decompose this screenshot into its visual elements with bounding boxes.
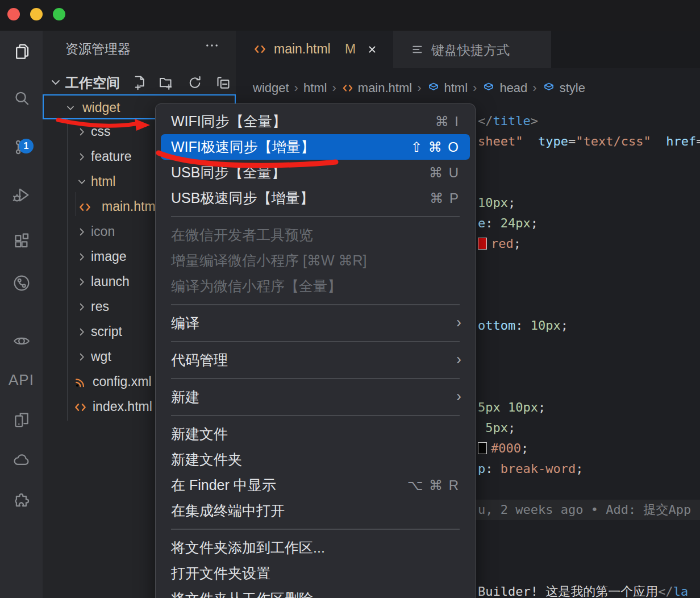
html-brackets-icon <box>253 42 267 56</box>
breadcrumb-separator: › <box>417 81 421 95</box>
activity-cloud-icon[interactable] <box>0 443 43 475</box>
tab-bar: main.htmlM键盘快捷方式 <box>236 31 700 68</box>
menu-separator <box>171 378 460 379</box>
menu-item-label: 打开文件夹设置 <box>171 565 270 581</box>
menu-item-在微信开发者工具预览: 在微信开发者工具预览 <box>156 222 475 248</box>
activity-source-control-icon[interactable]: 1 <box>0 131 43 163</box>
menu-item-label: 编译 <box>171 315 199 331</box>
chevron-right-icon <box>76 276 88 288</box>
workspace-section-header[interactable]: 工作空间 <box>43 69 236 95</box>
breadcrumb-item-main-html[interactable]: main.html <box>341 81 412 95</box>
cube-icon <box>482 81 495 95</box>
scm-badge: 1 <box>19 139 34 153</box>
activity-search-icon[interactable] <box>0 82 43 114</box>
menu-shortcut: ⌘ U <box>429 160 460 185</box>
breadcrumb-separator: › <box>532 81 536 95</box>
menu-item-label: 将文件夹添加到工作区... <box>171 539 325 555</box>
menu-item-新建[interactable]: 新建› <box>156 384 475 410</box>
color-swatch[interactable] <box>478 238 487 250</box>
activity-explorer-icon[interactable] <box>0 36 43 68</box>
collapse-all-icon[interactable] <box>215 74 232 91</box>
xml-file-icon <box>73 375 88 389</box>
breadcrumb-label: widget <box>253 81 289 95</box>
tree-item-label: main.html <box>102 199 159 214</box>
menu-item-label: 增量编译微信小程序 [⌘W ⌘R] <box>171 252 366 268</box>
html-file-icon <box>78 200 92 214</box>
close-icon[interactable] <box>366 43 378 56</box>
context-menu: WIFI同步【全量】⌘ IWIFI极速同步【增量】⇧ ⌘ OUSB同步【全量】⌘… <box>155 103 476 598</box>
refresh-icon[interactable] <box>186 74 203 91</box>
menu-item-USB同步全量[interactable]: USB同步【全量】⌘ U <box>156 160 475 185</box>
color-swatch[interactable] <box>478 442 487 454</box>
chevron-right-icon <box>76 351 88 363</box>
menu-item-label: WIFI同步【全量】 <box>171 113 286 129</box>
menu-item-USB极速同步增量[interactable]: USB极速同步【增量】⌘ P <box>156 185 475 211</box>
workspace-section-label: 工作空间 <box>65 74 120 92</box>
activity-extensions-icon[interactable] <box>0 225 43 257</box>
tree-item-label: launch <box>91 274 130 289</box>
menu-item-WIFI同步全量[interactable]: WIFI同步【全量】⌘ I <box>156 109 475 134</box>
submenu-arrow-icon: › <box>456 310 461 335</box>
menu-item-在集成终端中打开[interactable]: 在集成终端中打开 <box>156 498 475 524</box>
menu-item-将文件夹添加到工作区[interactable]: 将文件夹添加到工作区... <box>156 535 475 560</box>
menu-item-新建文件[interactable]: 新建文件 <box>156 421 475 447</box>
menu-item-将文件夹从工作区删除[interactable]: 将文件夹从工作区删除 <box>156 586 475 598</box>
breadcrumb-item-widget[interactable]: widget <box>253 81 289 95</box>
more-actions-icon[interactable] <box>204 38 220 53</box>
tab-keyboard-shortcuts[interactable]: 键盘快捷方式 <box>393 31 551 68</box>
chevron-right-icon <box>76 126 88 138</box>
new-file-icon[interactable] <box>131 74 148 91</box>
tree-item-label: index.html <box>93 399 152 414</box>
chevron-down-icon <box>48 75 63 90</box>
sidebar-title: 资源管理器 <box>65 40 131 58</box>
menu-item-label: 代码管理 <box>171 352 228 368</box>
menu-item-在Finder中显示[interactable]: 在 Finder 中显示⌥ ⌘ R <box>156 472 475 498</box>
activity-api-icon[interactable]: API <box>0 364 43 396</box>
tree-item-label: icon <box>91 224 115 239</box>
submenu-arrow-icon: › <box>456 347 461 372</box>
menu-item-编译[interactable]: 编译› <box>156 310 475 336</box>
activity-plugin-icon[interactable] <box>0 485 43 517</box>
chevron-down-icon <box>76 176 88 188</box>
menu-item-新建文件夹[interactable]: 新建文件夹 <box>156 447 475 472</box>
activity-preview-icon[interactable] <box>0 325 43 357</box>
breadcrumb-item-style[interactable]: style <box>542 81 585 95</box>
chevron-right-icon <box>76 326 88 338</box>
breadcrumb-item-html[interactable]: html <box>427 81 468 95</box>
tab-label: main.html <box>274 41 331 57</box>
new-folder-icon[interactable] <box>157 74 174 91</box>
menu-item-label: 在微信开发者工具预览 <box>171 227 313 243</box>
tree-item-label: wgt <box>91 349 111 364</box>
tab-main-html[interactable]: main.htmlM <box>236 31 393 68</box>
activity-run-debug-icon[interactable] <box>0 179 43 211</box>
traffic-light-close[interactable] <box>7 8 20 20</box>
menu-item-代码管理[interactable]: 代码管理› <box>156 347 475 373</box>
tree-item-label: config.xml <box>93 374 152 389</box>
tree-item-label: script <box>91 324 122 339</box>
chevron-right-icon <box>76 251 88 263</box>
modified-badge: M <box>345 41 356 57</box>
menu-shortcut: ⌘ I <box>435 109 460 134</box>
menu-item-label: 在集成终端中打开 <box>171 503 285 518</box>
traffic-light-zoom[interactable] <box>53 8 65 20</box>
activity-git-circle-icon[interactable] <box>0 267 43 299</box>
tree-item-label: css <box>91 124 111 139</box>
indent-guide <box>67 119 68 421</box>
menu-item-WIFI极速同步增量[interactable]: WIFI极速同步【增量】⇧ ⌘ O <box>161 134 470 160</box>
menu-item-label: USB极速同步【增量】 <box>171 190 314 206</box>
traffic-light-minimize[interactable] <box>30 8 43 20</box>
menu-item-编译为微信小程序全量: 编译为微信小程序【全量】 <box>156 273 475 299</box>
activity-devices-icon[interactable] <box>0 404 43 435</box>
html-brackets-icon <box>341 82 354 94</box>
tree-item-label: widget <box>82 100 120 115</box>
menu-separator <box>171 216 460 217</box>
activity-bar: 1API <box>0 31 43 598</box>
menu-item-打开文件夹设置[interactable]: 打开文件夹设置 <box>156 560 475 586</box>
tree-item-label: feature <box>91 149 132 164</box>
breadcrumb-item-html[interactable]: html <box>303 81 327 95</box>
breadcrumb-label: style <box>560 81 585 95</box>
menu-item-label: USB同步【全量】 <box>171 164 285 180</box>
menu-separator <box>171 304 460 305</box>
breadcrumb-item-head[interactable]: head <box>482 81 527 95</box>
tree-item-label: res <box>91 299 109 314</box>
